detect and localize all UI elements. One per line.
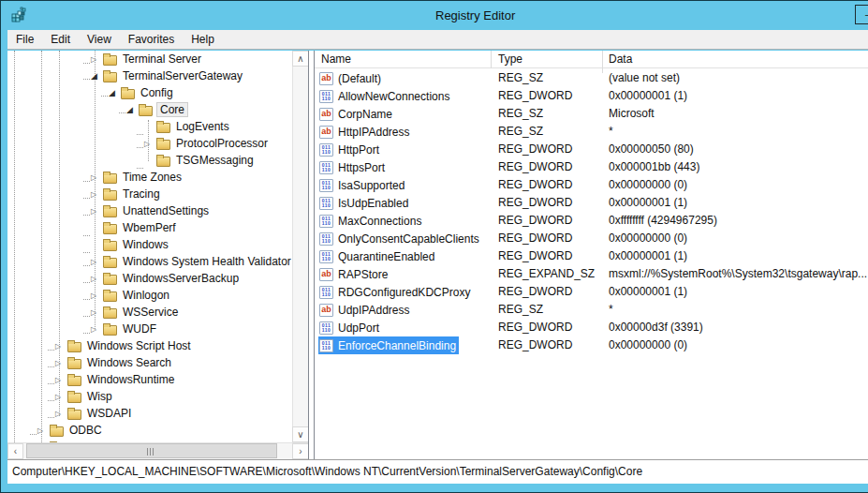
registry-value-row[interactable]: abHttpIPAddressREG_SZ* — [315, 123, 868, 141]
tree-node-label[interactable]: WSService — [123, 306, 178, 319]
tree-node[interactable]: ▷WSService — [7, 304, 293, 321]
tree-node-label[interactable]: TerminalServerGateway — [123, 69, 243, 82]
tree-node-label[interactable]: Time Zones — [123, 171, 182, 184]
tree-node-label[interactable]: Windows — [123, 238, 169, 251]
tree-node[interactable]: ▷WindowsServerBackup — [7, 270, 293, 287]
expand-icon[interactable]: ▷ — [91, 291, 103, 300]
expand-icon[interactable]: ▷ — [55, 393, 67, 401]
tree-node[interactable]: ▷Wisp — [7, 388, 293, 405]
tree-node-label[interactable]: Tracing — [123, 187, 160, 201]
tree-node-label[interactable]: LogEvents — [176, 120, 229, 133]
registry-value-row[interactable]: 011110HttpsPortREG_DWORD0x000001bb (443) — [315, 158, 868, 176]
tree-node-label[interactable]: Windows System Health Validator — [123, 255, 291, 268]
value-name[interactable]: HttpsPort — [338, 161, 385, 174]
expand-icon[interactable]: ▷ — [55, 342, 67, 351]
tree-node-label[interactable]: WUDF — [123, 322, 156, 336]
tree-node-label[interactable]: WindowsRuntime — [87, 373, 174, 386]
expand-icon[interactable]: ▷ — [55, 410, 67, 418]
tree-node-label[interactable]: WSDAPI — [87, 407, 131, 420]
expand-icon[interactable]: ▷ — [55, 359, 67, 367]
registry-value-row[interactable]: abCorpNameREG_SZMicrosoft — [315, 105, 868, 123]
registry-editor-icon[interactable] — [10, 7, 29, 25]
tree-node-label[interactable]: WbemPerf — [123, 221, 176, 234]
tree-node-label[interactable]: Terminal Server — [123, 52, 201, 66]
expand-icon[interactable]: ▷ — [91, 308, 103, 317]
menu-view[interactable]: View — [79, 30, 120, 49]
menu-help[interactable]: Help — [183, 30, 223, 49]
expand-icon[interactable]: ▷ — [91, 173, 103, 182]
tree-node[interactable]: ▷WUDF — [7, 321, 293, 337]
tree-vertical-scrollbar[interactable] — [292, 51, 309, 442]
expand-icon[interactable]: ▷ — [144, 140, 156, 148]
value-name[interactable]: OnlyConsentCapableClients — [338, 232, 479, 246]
registry-value-row[interactable]: abRAPStoreREG_EXPAND_SZmsxml://%SystemRo… — [315, 265, 868, 283]
collapse-icon[interactable]: ◢ — [126, 105, 139, 114]
registry-value-row[interactable]: ab(Default)REG_SZ(value not set) — [315, 69, 868, 87]
column-divider[interactable] — [491, 51, 492, 68]
tree-node[interactable]: ▷Windows System Health Validator — [7, 253, 293, 270]
tree-node-label[interactable]: Windows Script Host — [87, 339, 191, 352]
tree-node[interactable]: ▷ODBC — [7, 422, 293, 439]
value-name[interactable]: RDGConfiguredKDCProxy — [338, 286, 470, 299]
value-name[interactable]: UdpIPAddress — [338, 304, 409, 317]
tree-node-label[interactable]: Wisp — [87, 390, 112, 403]
value-name[interactable]: CorpName — [338, 108, 392, 121]
registry-value-row[interactable]: 011110HttpPortREG_DWORD0x00000050 (80) — [315, 141, 868, 158]
tree-node[interactable]: ▷WindowsRuntime — [7, 371, 293, 388]
tree-node[interactable]: ▷WSDAPI — [7, 405, 293, 422]
tree-node-label[interactable]: UnattendSettings — [123, 204, 209, 217]
collapse-icon[interactable]: ◢ — [91, 71, 103, 81]
expand-icon[interactable]: ▷ — [91, 275, 103, 283]
tree-node-label[interactable]: ProtocolProcessor — [176, 137, 268, 150]
tree-node[interactable]: ◢Core — [7, 101, 293, 118]
expand-icon[interactable]: ▷ — [91, 190, 103, 199]
column-header-data[interactable]: Data — [609, 52, 632, 66]
tree-node-label[interactable]: Windows Search — [87, 356, 171, 369]
tree-node-label[interactable]: Config — [140, 86, 173, 99]
scroll-right-button[interactable]: › — [292, 443, 309, 459]
registry-value-row[interactable]: 011110QuarantineEnabledREG_DWORD0x000000… — [315, 247, 868, 265]
expand-icon[interactable]: ▷ — [91, 207, 103, 216]
tree-node[interactable]: Windows — [7, 236, 293, 253]
expand-icon[interactable]: ▷ — [55, 376, 67, 384]
registry-value-row[interactable]: 011110OnlyConsentCapableClientsREG_DWORD… — [315, 230, 868, 247]
column-header-name[interactable]: Name — [321, 52, 351, 66]
tree-node-label[interactable]: WindowsServerBackup — [123, 272, 239, 285]
value-name[interactable]: AllowNewConnections — [338, 90, 449, 103]
registry-value-row[interactable]: 011110IsUdpEnabledREG_DWORD0x00000001 (1… — [315, 194, 868, 212]
registry-value-row[interactable]: 011110IsaSupportedREG_DWORD0x00000000 (0… — [315, 176, 868, 194]
tree-node[interactable]: TSGMessaging — [7, 152, 293, 169]
value-name[interactable]: (Default) — [338, 72, 381, 85]
value-name[interactable]: HttpPort — [338, 143, 379, 157]
tree-node[interactable]: ▷Windows Search — [7, 354, 293, 371]
tree-node[interactable]: ▷Time Zones — [7, 169, 293, 186]
title-bar[interactable]: Registry Editor – — [2, 2, 868, 30]
tree-node-label[interactable]: Winlogon — [123, 289, 169, 302]
value-name[interactable]: EnforceChannelBinding — [338, 339, 456, 352]
menu-favorites[interactable]: Favorites — [120, 30, 183, 49]
value-name[interactable]: IsaSupported — [338, 179, 405, 192]
tree-node[interactable]: ◢Config — [7, 84, 293, 101]
minimize-button[interactable]: – — [855, 5, 868, 24]
value-name[interactable]: HttpIPAddress — [338, 126, 409, 139]
tree-node[interactable]: ▷ProtocolProcessor — [7, 135, 293, 152]
tree-node-label-selected[interactable]: Core — [156, 102, 188, 117]
registry-value-row[interactable]: 011110MaxConnectionsREG_DWORD0xffffffff … — [315, 212, 868, 230]
menu-file[interactable]: File — [7, 30, 42, 49]
registry-value-row[interactable]: 011110RDGConfiguredKDCProxyREG_DWORD0x00… — [315, 283, 868, 301]
tree-node[interactable]: ▷Tracing — [7, 186, 293, 202]
registry-value-row-selected[interactable]: 011110EnforceChannelBindingREG_DWORD0x00… — [315, 336, 868, 354]
registry-value-row[interactable]: 011110AllowNewConnectionsREG_DWORD0x0000… — [315, 87, 868, 105]
tree-node[interactable]: ▷Winlogon — [7, 287, 293, 304]
scroll-up-button[interactable]: ∧ — [292, 51, 309, 67]
scroll-down-button[interactable]: ∨ — [292, 426, 309, 442]
value-name[interactable]: UdpPort — [338, 321, 379, 335]
expand-icon[interactable]: ▷ — [91, 258, 103, 266]
column-header-type[interactable]: Type — [498, 52, 522, 66]
tree-node[interactable]: ▷UnattendSettings — [7, 202, 293, 219]
value-name[interactable]: MaxConnections — [338, 215, 421, 228]
expand-icon[interactable]: ▷ — [91, 55, 103, 64]
tree-node[interactable]: LogEvents — [7, 118, 293, 135]
value-name[interactable]: QuarantineEnabled — [338, 250, 434, 263]
expand-icon[interactable]: ▷ — [37, 426, 50, 435]
